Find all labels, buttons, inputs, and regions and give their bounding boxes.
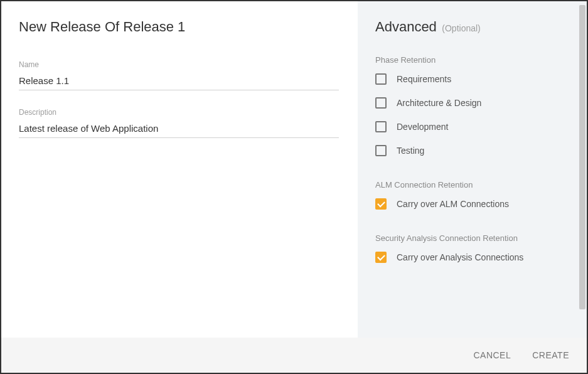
advanced-header: Advanced (Optional): [375, 19, 569, 35]
checkbox-label: Testing: [397, 146, 424, 156]
create-button[interactable]: CREATE: [530, 345, 572, 365]
checkbox-icon: [375, 73, 387, 85]
checkbox-label: Carry over ALM Connections: [397, 199, 509, 209]
phase-retention-section: Phase Retention Requirements Architectur…: [375, 55, 569, 156]
cancel-button[interactable]: CANCEL: [471, 345, 513, 365]
checkbox-requirements[interactable]: Requirements: [375, 73, 569, 85]
phase-retention-label: Phase Retention: [375, 55, 569, 65]
alm-retention-label: ALM Connection Retention: [375, 180, 569, 190]
advanced-optional: (Optional): [442, 23, 480, 33]
checkbox-architecture-design[interactable]: Architecture & Design: [375, 97, 569, 109]
name-label: Name: [19, 60, 339, 69]
dialog-title: New Release Of Release 1: [19, 19, 339, 35]
checkbox-testing[interactable]: Testing: [375, 145, 569, 156]
checkbox-icon: [375, 198, 387, 210]
description-field: Description: [19, 108, 339, 138]
security-retention-label: Security Analysis Connection Retention: [375, 233, 569, 243]
scrollbar[interactable]: [579, 5, 585, 309]
checkbox-development[interactable]: Development: [375, 121, 569, 132]
advanced-title: Advanced: [375, 19, 437, 35]
checkbox-label: Carry over Analysis Connections: [397, 252, 523, 262]
checkbox-icon: [375, 252, 387, 263]
new-release-dialog: New Release Of Release 1 Name Descriptio…: [1, 1, 587, 373]
checkbox-carry-analysis[interactable]: Carry over Analysis Connections: [375, 252, 569, 263]
checkbox-label: Requirements: [397, 74, 451, 84]
checkbox-label: Architecture & Design: [397, 98, 481, 108]
dialog-footer: CANCEL CREATE: [1, 338, 587, 373]
checkbox-carry-alm[interactable]: Carry over ALM Connections: [375, 198, 569, 210]
checkbox-icon: [375, 145, 387, 156]
security-retention-section: Security Analysis Connection Retention C…: [375, 233, 569, 263]
dialog-content: New Release Of Release 1 Name Descriptio…: [1, 1, 587, 338]
checkbox-icon: [375, 97, 387, 109]
name-field: Name: [19, 60, 339, 90]
name-input[interactable]: [19, 73, 339, 90]
checkbox-label: Development: [397, 122, 449, 132]
alm-retention-section: ALM Connection Retention Carry over ALM …: [375, 180, 569, 210]
left-panel: New Release Of Release 1 Name Descriptio…: [1, 1, 358, 338]
description-label: Description: [19, 108, 339, 117]
description-input[interactable]: [19, 120, 339, 138]
right-panel: Advanced (Optional) Phase Retention Requ…: [358, 1, 587, 338]
checkbox-icon: [375, 121, 387, 132]
